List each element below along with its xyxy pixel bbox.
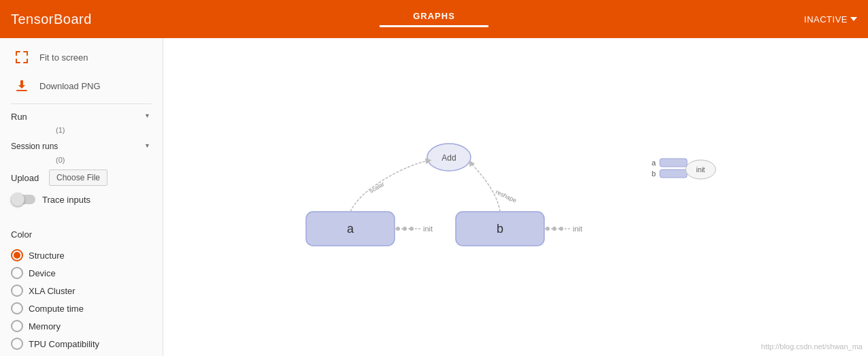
device-radio[interactable] [11,267,23,279]
memory-radio[interactable] [11,320,23,332]
memory-label: Memory [29,321,61,331]
compute-radio[interactable] [11,302,23,314]
svg-rect-5 [16,59,17,63]
upload-label: Upload [11,173,44,183]
fit-to-screen-icon [11,46,33,68]
tpu-radio[interactable] [11,338,23,350]
svg-point-20 [410,227,414,231]
fit-to-screen-row[interactable]: Fit to screen [11,46,152,68]
session-runs-row: Session runs [11,140,152,153]
divider-1 [11,103,152,104]
color-structure-row[interactable]: Structure [11,249,152,261]
svg-text:b: b [652,169,656,178]
sidebar-top-section: Fit to screen Download PNG Run [0,38,163,219]
color-device-row[interactable]: Device [11,267,152,279]
download-icon [11,75,33,97]
svg-rect-1 [16,51,17,56]
graphs-nav-label[interactable]: GRAPHS [397,11,471,21]
dropdown-arrow-icon [850,17,857,21]
header: TensorBoard GRAPHS INACTIVE [0,0,868,38]
device-label: Device [29,268,56,278]
run-label: Run [11,112,52,122]
session-select-wrapper [62,140,152,153]
color-tpu-row[interactable]: TPU Compatibility [11,338,152,350]
svg-point-23 [546,227,550,231]
compute-label: Compute time [29,304,84,314]
color-memory-row[interactable]: Memory [11,320,152,332]
svg-text:init: init [423,225,433,233]
header-nav: GRAPHS [380,11,488,27]
color-label: Color [11,229,32,240]
svg-point-18 [396,227,400,231]
svg-point-25 [559,227,563,231]
svg-rect-30 [660,169,687,178]
structure-radio[interactable] [11,249,23,261]
graph-canvas[interactable]: a b Add scalar reshape init init [163,38,868,356]
choose-file-button[interactable]: Choose File [49,169,107,186]
structure-label: Structure [29,250,65,261]
svg-text:init: init [697,166,705,174]
svg-text:a: a [347,222,354,236]
run-select-wrapper [56,110,152,123]
svg-point-19 [403,227,407,231]
svg-text:a: a [652,159,656,167]
watermark: http://blog.csdn.net/shwan_ma [761,342,863,351]
svg-rect-7 [27,59,28,63]
trace-inputs-toggle[interactable] [11,193,35,206]
status-label: INACTIVE [804,14,848,25]
graph-svg: a b Add scalar reshape init init [163,38,868,356]
color-header-row: Color [11,229,152,244]
download-png-row[interactable]: Download PNG [11,75,152,97]
svg-text:Add: Add [441,153,456,163]
run-row: Run [11,110,152,123]
svg-rect-3 [27,51,28,56]
download-png-label: Download PNG [39,81,101,91]
run-sub: (1) [11,126,152,134]
trace-inputs-row: Trace inputs [11,193,152,206]
status-dropdown[interactable]: INACTIVE [804,14,857,25]
svg-text:scalar: scalar [368,180,386,195]
svg-text:b: b [497,222,503,236]
tpu-label: TPU Compatibility [29,339,99,349]
fit-to-screen-label: Fit to screen [39,52,88,63]
structure-radio-inner [14,252,20,259]
xla-radio[interactable] [11,285,23,297]
color-compute-row[interactable]: Compute time [11,302,152,314]
nav-underline [380,25,488,27]
trace-inputs-label: Trace inputs [42,195,90,205]
xla-label: XLA Cluster [29,286,76,296]
color-section: Color Structure Device XLA Cluster [0,224,163,356]
session-sub: (0) [11,156,152,164]
upload-row: Upload Choose File [11,169,152,186]
toggle-thumb [11,193,24,206]
svg-text:init: init [573,225,582,233]
svg-text:reshape: reshape [495,189,518,204]
svg-rect-8 [16,90,27,91]
color-xla-row[interactable]: XLA Cluster [11,285,152,297]
svg-point-24 [552,227,556,231]
session-label: Session runs [11,142,58,151]
svg-rect-28 [660,159,687,167]
sidebar: Fit to screen Download PNG Run [0,38,163,356]
main-layout: Fit to screen Download PNG Run [0,38,868,356]
app-title: TensorBoard [11,12,92,27]
